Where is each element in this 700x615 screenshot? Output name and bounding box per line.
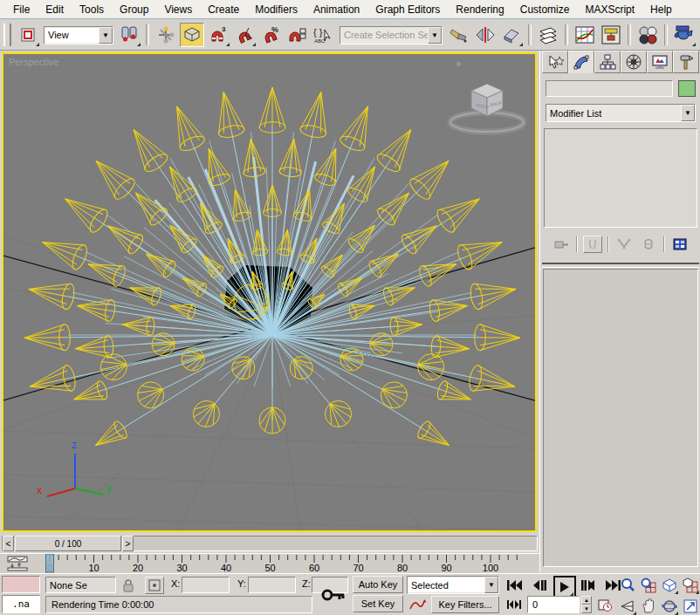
menu-group[interactable]: Group	[112, 1, 156, 18]
dropdown-arrow-icon[interactable]: ▼	[681, 105, 695, 121]
time-slider-row: < 0 / 100 >	[0, 535, 539, 553]
menu-graph-editors[interactable]: Graph Editors	[367, 1, 448, 18]
tab-utilities[interactable]	[673, 51, 699, 73]
pin-stack-button[interactable]	[552, 236, 571, 253]
svg-text:90: 90	[441, 563, 451, 573]
parameters-rollout-area[interactable]	[543, 269, 698, 567]
modifier-stack-list[interactable]	[544, 128, 697, 228]
menu-customize[interactable]: Customize	[512, 1, 578, 18]
zoom-extents-all-button[interactable]	[681, 576, 700, 595]
schematic-view-button[interactable]	[599, 23, 623, 47]
tab-motion[interactable]	[621, 51, 647, 73]
selection-region-button[interactable]	[16, 23, 40, 47]
pan-button[interactable]	[639, 597, 658, 615]
svg-text:70: 70	[353, 563, 363, 573]
snaps-toggle-button[interactable]	[180, 23, 204, 47]
menu-tools[interactable]: Tools	[72, 1, 112, 18]
svg-text:80: 80	[397, 563, 408, 573]
svg-text:20: 20	[133, 563, 143, 573]
render-button[interactable]	[672, 23, 697, 47]
object-color-swatch[interactable]	[678, 80, 696, 97]
mirror-button[interactable]	[473, 23, 498, 47]
reference-coordinate-dropdown[interactable]: View ▼	[44, 26, 113, 44]
separator	[663, 236, 665, 252]
maxscript-listener-white[interactable]: .na	[2, 595, 40, 613]
named-selection-set-dropdown[interactable]: Create Selection Set ▼	[340, 26, 443, 44]
separator	[576, 236, 578, 252]
zoom-extents-button[interactable]	[660, 576, 679, 595]
auto-key-button[interactable]: Auto Key	[353, 576, 403, 593]
menu-edit[interactable]: Edit	[38, 1, 72, 18]
track-bar[interactable]: 0102030405060708090100	[0, 553, 539, 574]
align-button[interactable]	[499, 23, 524, 47]
menu-maxscript[interactable]: MAXScript	[577, 1, 642, 18]
current-frame-field[interactable]: 0	[527, 596, 580, 613]
set-keys-button[interactable]	[318, 576, 349, 613]
y-coordinate-field[interactable]	[248, 577, 296, 593]
object-name-field[interactable]	[546, 80, 673, 97]
x-coordinate-label: X:	[171, 578, 180, 589]
maxscript-listener-pink[interactable]	[2, 576, 40, 593]
tab-create[interactable]	[542, 51, 568, 73]
selection-lock-icon[interactable]	[120, 577, 136, 593]
show-end-result-button[interactable]	[583, 236, 602, 253]
absolute-offset-toggle[interactable]	[145, 577, 164, 594]
dropdown-arrow-icon[interactable]: ▼	[484, 577, 498, 593]
time-configuration-button[interactable]	[597, 597, 613, 612]
key-mode-toggle-button[interactable]	[504, 597, 524, 612]
select-and-manipulate-button[interactable]	[154, 23, 178, 47]
remove-modifier-button[interactable]	[639, 236, 658, 253]
time-slider-button[interactable]: 0 / 100	[15, 536, 121, 551]
menu-rendering[interactable]: Rendering	[448, 1, 511, 18]
arc-rotate-button[interactable]	[660, 597, 679, 615]
menu-file[interactable]: File	[5, 1, 38, 18]
dropdown-arrow-icon[interactable]: ▼	[99, 27, 113, 44]
material-editor-button[interactable]	[635, 23, 660, 47]
status-bar: .na None Se X: Y: Z: Rendering Time 0:00…	[0, 573, 700, 615]
go-to-start-button[interactable]	[504, 577, 525, 594]
zoom-button[interactable]	[618, 576, 637, 595]
min-max-toggle-button[interactable]	[681, 597, 700, 615]
make-unique-button[interactable]	[614, 236, 634, 253]
curve-editor-button[interactable]	[573, 23, 597, 47]
dropdown-arrow-icon[interactable]: ▼	[428, 27, 442, 44]
tab-hierarchy[interactable]	[594, 51, 621, 73]
previous-frame-button[interactable]	[529, 577, 550, 594]
frame-field-spinner[interactable]: ▲▼	[581, 596, 592, 613]
x-coordinate-field[interactable]	[182, 577, 230, 593]
z-coordinate-label: Z:	[302, 578, 311, 589]
set-key-button[interactable]: Set Key	[353, 595, 403, 612]
key-mode-dropdown[interactable]: Selected ▼	[407, 576, 499, 594]
configure-modifier-sets-button[interactable]	[670, 236, 690, 253]
previous-frame-arrow[interactable]: <	[3, 536, 14, 551]
snap-toggle-3d-button[interactable]: 3	[206, 23, 230, 47]
use-pivot-center-button[interactable]	[117, 23, 141, 47]
default-tangent-button[interactable]	[407, 596, 428, 613]
time-ruler[interactable]: 0102030405060708090100	[37, 554, 539, 574]
field-of-view-button[interactable]	[618, 597, 637, 615]
viewport-label[interactable]: Perspective	[9, 57, 58, 67]
edit-named-selection-sets-button[interactable]: { }ABC	[311, 23, 335, 47]
spinner-snap-button[interactable]	[285, 23, 309, 47]
toolbar-grip[interactable]	[3, 24, 11, 46]
mini-curve-editor-button[interactable]	[3, 555, 34, 572]
key-filters-button[interactable]: Key Filters...	[431, 596, 499, 613]
menu-animation[interactable]: Animation	[305, 1, 367, 18]
layer-manager-button[interactable]	[536, 23, 560, 47]
perspective-viewport[interactable]: xyzRIGHTBACK Perspective	[2, 52, 537, 532]
menu-modifiers[interactable]: Modifiers	[247, 1, 305, 18]
modifier-list-label: Modifier List	[546, 108, 681, 119]
modifier-list-dropdown[interactable]: Modifier List ▼	[546, 104, 696, 122]
menu-help[interactable]: Help	[642, 1, 680, 18]
menu-create[interactable]: Create	[200, 1, 247, 18]
percent-snap-button[interactable]: %	[258, 23, 283, 47]
tab-modify[interactable]	[568, 51, 594, 73]
menu-views[interactable]: Views	[156, 1, 200, 18]
angle-snap-button[interactable]	[232, 23, 257, 47]
zoom-all-button[interactable]	[639, 576, 658, 595]
flashlight-button[interactable]	[447, 23, 471, 47]
svg-text:100: 100	[483, 563, 498, 573]
next-frame-arrow[interactable]: >	[122, 536, 134, 551]
tab-display[interactable]	[647, 51, 673, 73]
next-frame-button[interactable]	[578, 577, 599, 594]
